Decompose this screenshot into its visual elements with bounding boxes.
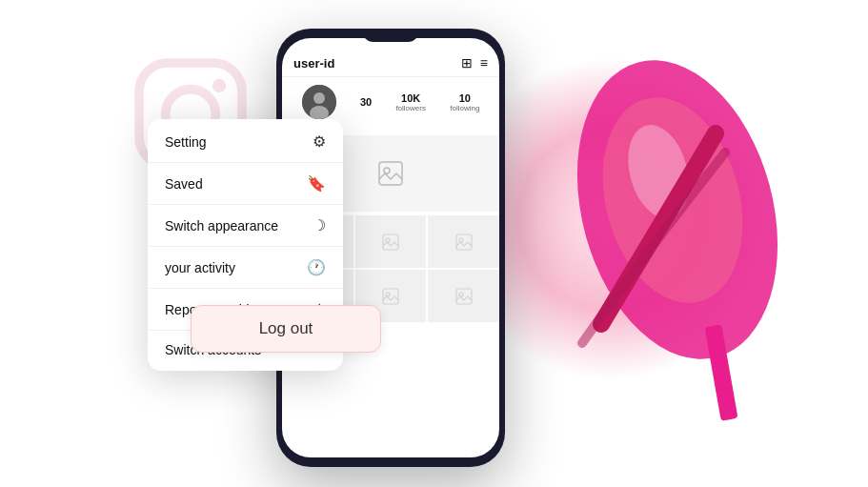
menu-item-switch-appearance[interactable]: Switch appearance ☽ (148, 207, 343, 244)
svg-point-2 (212, 79, 226, 92)
profile-header: user-id ⊞ ≡ (282, 38, 499, 77)
posts-stat: 30 (360, 96, 372, 108)
grid-item (428, 215, 499, 268)
activity-icon: 🕐 (307, 258, 326, 276)
menu-divider (148, 162, 343, 163)
svg-point-7 (313, 92, 325, 104)
moon-icon: ☽ (313, 216, 326, 234)
followers-stat: 10K followers (395, 92, 426, 112)
svg-rect-13 (383, 234, 398, 250)
menu-item-saved[interactable]: Saved 🔖 (148, 165, 343, 202)
menu-icon[interactable]: ≡ (480, 55, 488, 71)
profile-username: user-id (293, 56, 334, 71)
add-icon[interactable]: ⊞ (461, 55, 473, 71)
following-label: following (450, 104, 479, 112)
posts-count: 30 (360, 96, 372, 108)
svg-rect-9 (379, 162, 402, 185)
menu-divider (148, 246, 343, 247)
followers-count: 10K (395, 92, 426, 104)
grid-item (428, 270, 499, 322)
svg-point-16 (459, 238, 463, 242)
menu-divider (148, 288, 343, 289)
menu-item-activity-label: your activity (165, 260, 235, 275)
menu-item-setting[interactable]: Setting ⚙ (148, 123, 343, 160)
menu-item-setting-label: Setting (165, 134, 207, 150)
logout-button[interactable]: Log out (191, 305, 381, 353)
svg-rect-19 (383, 289, 398, 304)
grid-item (355, 215, 427, 268)
bookmark-icon: 🔖 (307, 174, 326, 193)
following-count: 10 (450, 92, 479, 104)
profile-stats: 30 10K followers 10 following (282, 77, 499, 123)
decorative-hand (525, 38, 792, 423)
phone-notch (362, 29, 419, 42)
menu-item-activity[interactable]: your activity 🕐 (148, 249, 343, 286)
svg-point-20 (386, 293, 390, 296)
profile-header-icons: ⊞ ≡ (461, 55, 488, 71)
followers-label: followers (395, 104, 426, 112)
menu-item-saved-label: Saved (165, 176, 203, 192)
svg-rect-21 (456, 289, 472, 304)
settings-icon: ⚙ (313, 132, 326, 151)
menu-item-switch-appearance-label: Switch appearance (165, 218, 278, 233)
svg-rect-15 (456, 234, 472, 250)
following-stat: 10 following (450, 92, 479, 112)
svg-point-14 (386, 238, 390, 242)
avatar (302, 85, 336, 119)
menu-divider (148, 204, 343, 205)
svg-point-22 (459, 293, 463, 296)
